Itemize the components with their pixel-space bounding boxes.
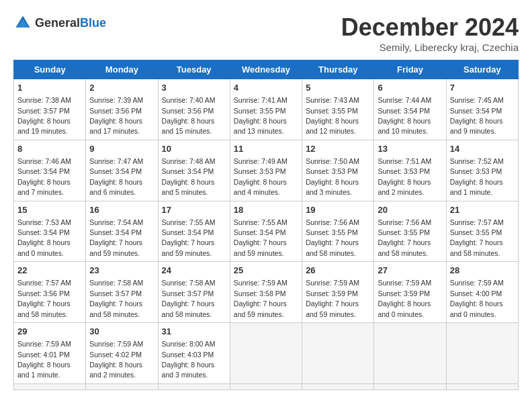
day-number: 1	[17, 82, 82, 94]
day-cell: 17 Sunrise: 7:55 AMSunset: 3:54 PMDaylig…	[158, 201, 230, 262]
day-cell: 30 Sunrise: 7:59 AMSunset: 4:02 PMDaylig…	[86, 323, 158, 384]
day-cell: 2 Sunrise: 7:39 AMSunset: 3:56 PMDayligh…	[86, 79, 158, 140]
empty-cell	[374, 383, 446, 390]
empty-cell	[230, 383, 302, 390]
day-number: 6	[378, 82, 442, 94]
day-number: 18	[234, 204, 298, 216]
day-cell: 19 Sunrise: 7:56 AMSunset: 3:55 PMDaylig…	[302, 201, 374, 262]
day-number: 15	[17, 204, 82, 216]
header-tuesday: Tuesday	[158, 60, 230, 79]
empty-cell	[446, 323, 518, 384]
day-cell: 23 Sunrise: 7:58 AMSunset: 3:57 PMDaylig…	[86, 262, 158, 323]
empty-cell	[86, 383, 158, 390]
day-info: Sunrise: 7:58 AMSunset: 3:57 PMDaylight:…	[162, 279, 216, 318]
day-info: Sunrise: 7:59 AMSunset: 4:00 PMDaylight:…	[450, 279, 504, 318]
day-number: 16	[89, 204, 154, 216]
day-cell: 3 Sunrise: 7:40 AMSunset: 3:56 PMDayligh…	[158, 79, 230, 140]
calendar-week-row: 15 Sunrise: 7:53 AMSunset: 3:54 PMDaylig…	[14, 201, 519, 262]
header-monday: Monday	[86, 60, 158, 79]
calendar-week-row: 8 Sunrise: 7:46 AMSunset: 3:54 PMDayligh…	[14, 140, 519, 201]
calendar-week-row: 29 Sunrise: 7:59 AMSunset: 4:01 PMDaylig…	[14, 323, 519, 384]
day-info: Sunrise: 7:48 AMSunset: 3:54 PMDaylight:…	[162, 157, 216, 196]
empty-cell	[302, 323, 374, 384]
day-info: Sunrise: 7:59 AMSunset: 4:01 PMDaylight:…	[17, 340, 71, 379]
day-cell: 26 Sunrise: 7:59 AMSunset: 3:59 PMDaylig…	[302, 262, 374, 323]
day-number: 23	[89, 265, 154, 277]
day-info: Sunrise: 7:43 AMSunset: 3:55 PMDaylight:…	[306, 96, 359, 135]
empty-cell	[14, 383, 86, 390]
day-number: 25	[234, 265, 298, 277]
day-info: Sunrise: 7:54 AMSunset: 3:54 PMDaylight:…	[89, 218, 143, 257]
day-cell: 12 Sunrise: 7:50 AMSunset: 3:53 PMDaylig…	[302, 140, 374, 201]
empty-cell	[302, 383, 374, 390]
day-number: 29	[17, 326, 82, 338]
day-number: 19	[306, 204, 370, 216]
logo-icon	[13, 13, 32, 32]
day-info: Sunrise: 7:57 AMSunset: 3:56 PMDaylight:…	[17, 279, 71, 318]
weekday-header-row: Sunday Monday Tuesday Wednesday Thursday…	[14, 60, 519, 79]
day-number: 3	[162, 82, 226, 94]
day-cell: 22 Sunrise: 7:57 AMSunset: 3:56 PMDaylig…	[14, 262, 86, 323]
calendar-week-row: 1 Sunrise: 7:38 AMSunset: 3:57 PMDayligh…	[14, 79, 519, 140]
day-cell: 29 Sunrise: 7:59 AMSunset: 4:01 PMDaylig…	[14, 323, 86, 384]
title-area: December 2024 Semily, Liberecky kraj, Cz…	[341, 13, 519, 53]
day-number: 17	[162, 204, 226, 216]
day-cell: 5 Sunrise: 7:43 AMSunset: 3:55 PMDayligh…	[302, 79, 374, 140]
day-number: 4	[234, 82, 298, 94]
day-cell: 7 Sunrise: 7:45 AMSunset: 3:54 PMDayligh…	[446, 79, 518, 140]
day-cell: 10 Sunrise: 7:48 AMSunset: 3:54 PMDaylig…	[158, 140, 230, 201]
day-info: Sunrise: 7:38 AMSunset: 3:57 PMDaylight:…	[17, 96, 71, 135]
day-info: Sunrise: 7:59 AMSunset: 3:58 PMDaylight:…	[234, 279, 287, 318]
day-cell: 31 Sunrise: 8:00 AMSunset: 4:03 PMDaylig…	[158, 323, 230, 384]
day-number: 20	[378, 204, 442, 216]
day-info: Sunrise: 7:55 AMSunset: 3:54 PMDaylight:…	[162, 218, 216, 257]
empty-cell	[230, 323, 302, 384]
day-info: Sunrise: 7:46 AMSunset: 3:54 PMDaylight:…	[17, 157, 71, 196]
day-number: 13	[378, 143, 442, 155]
month-title: December 2024	[341, 13, 519, 42]
day-number: 26	[306, 265, 370, 277]
day-cell: 13 Sunrise: 7:51 AMSunset: 3:53 PMDaylig…	[374, 140, 446, 201]
day-cell: 20 Sunrise: 7:56 AMSunset: 3:55 PMDaylig…	[374, 201, 446, 262]
day-info: Sunrise: 8:00 AMSunset: 4:03 PMDaylight:…	[162, 340, 216, 379]
day-number: 14	[450, 143, 515, 155]
logo-text-blue: Blue	[80, 16, 106, 30]
logo: GeneralBlue	[13, 13, 106, 32]
day-number: 10	[162, 143, 226, 155]
day-cell: 28 Sunrise: 7:59 AMSunset: 4:00 PMDaylig…	[446, 262, 518, 323]
day-info: Sunrise: 7:45 AMSunset: 3:54 PMDaylight:…	[450, 96, 504, 135]
calendar-table: Sunday Monday Tuesday Wednesday Thursday…	[13, 60, 519, 390]
day-info: Sunrise: 7:47 AMSunset: 3:54 PMDaylight:…	[89, 157, 143, 196]
day-cell: 18 Sunrise: 7:55 AMSunset: 3:54 PMDaylig…	[230, 201, 302, 262]
day-cell: 1 Sunrise: 7:38 AMSunset: 3:57 PMDayligh…	[14, 79, 86, 140]
day-cell: 15 Sunrise: 7:53 AMSunset: 3:54 PMDaylig…	[14, 201, 86, 262]
day-info: Sunrise: 7:55 AMSunset: 3:54 PMDaylight:…	[234, 218, 287, 257]
day-cell: 14 Sunrise: 7:52 AMSunset: 3:53 PMDaylig…	[446, 140, 518, 201]
day-cell: 4 Sunrise: 7:41 AMSunset: 3:55 PMDayligh…	[230, 79, 302, 140]
day-info: Sunrise: 7:52 AMSunset: 3:53 PMDaylight:…	[450, 157, 504, 196]
day-info: Sunrise: 7:49 AMSunset: 3:53 PMDaylight:…	[234, 157, 287, 196]
day-number: 7	[450, 82, 515, 94]
calendar-week-row	[14, 383, 519, 390]
empty-cell	[158, 383, 230, 390]
day-info: Sunrise: 7:50 AMSunset: 3:53 PMDaylight:…	[306, 157, 359, 196]
day-number: 8	[17, 143, 82, 155]
empty-cell	[374, 323, 446, 384]
day-number: 9	[89, 143, 154, 155]
empty-cell	[446, 383, 518, 390]
day-number: 24	[162, 265, 226, 277]
header: GeneralBlue December 2024 Semily, Libere…	[13, 13, 519, 53]
day-cell: 11 Sunrise: 7:49 AMSunset: 3:53 PMDaylig…	[230, 140, 302, 201]
day-info: Sunrise: 7:56 AMSunset: 3:55 PMDaylight:…	[378, 218, 431, 257]
header-wednesday: Wednesday	[230, 60, 302, 79]
day-info: Sunrise: 7:44 AMSunset: 3:54 PMDaylight:…	[378, 96, 431, 135]
header-thursday: Thursday	[302, 60, 374, 79]
day-cell: 6 Sunrise: 7:44 AMSunset: 3:54 PMDayligh…	[374, 79, 446, 140]
day-number: 27	[378, 265, 442, 277]
day-cell: 8 Sunrise: 7:46 AMSunset: 3:54 PMDayligh…	[14, 140, 86, 201]
day-info: Sunrise: 7:59 AMSunset: 4:02 PMDaylight:…	[89, 340, 143, 379]
day-number: 22	[17, 265, 82, 277]
header-sunday: Sunday	[14, 60, 86, 79]
day-number: 31	[162, 326, 226, 338]
day-info: Sunrise: 7:39 AMSunset: 3:56 PMDaylight:…	[89, 96, 143, 135]
